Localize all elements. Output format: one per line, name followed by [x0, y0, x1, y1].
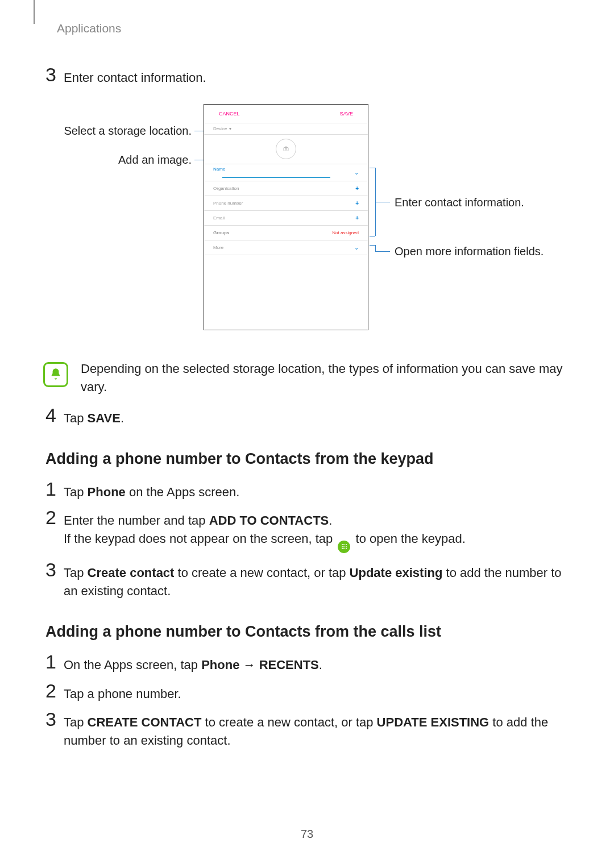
phone-diagram: Select a storage location. Add an image.…	[45, 104, 569, 343]
chevron-down-icon: ⌄	[354, 244, 359, 251]
step-number: 2	[45, 508, 64, 527]
side-marker	[34, 0, 35, 24]
phone-device-label: Device	[213, 126, 227, 131]
step-text: Tap SAVE.	[64, 408, 569, 427]
phone-cancel: CANCEL	[219, 111, 240, 117]
phone-email-field: Email +	[204, 210, 368, 225]
keypad-step-1: 1 Tap Phone on the Apps screen.	[45, 481, 569, 501]
step-number: 1	[45, 652, 64, 671]
callout-info: Enter contact information.	[395, 196, 524, 209]
plus-icon: +	[355, 215, 359, 221]
step-3: 3 Enter contact information.	[45, 67, 569, 87]
plus-icon: +	[355, 200, 359, 206]
keypad-icon	[338, 541, 350, 553]
phone-phone-label: Phone number	[213, 201, 243, 206]
step-number: 3	[45, 560, 64, 579]
section-heading-calls: Adding a phone number to Contacts from t…	[45, 623, 569, 641]
phone-device-row: Device ▾	[204, 123, 368, 134]
phone-more-label: More	[213, 245, 223, 250]
keypad-step-3: 3 Tap Create contact to create a new con…	[45, 562, 569, 600]
phone-empty-area	[204, 255, 368, 255]
section-heading-keypad: Adding a phone number to Contacts from t…	[45, 450, 569, 468]
camera-icon	[276, 139, 296, 159]
note-text: Depending on the selected storage locati…	[81, 360, 569, 396]
phone-phone-field: Phone number +	[204, 196, 368, 210]
plus-icon: +	[355, 185, 359, 192]
callout-line	[375, 251, 390, 252]
phone-frame: CANCEL SAVE Device ▾ Name ⌄ Organisa	[204, 104, 368, 330]
callout-line	[370, 236, 375, 236]
step-text: Tap Create contact to create a new conta…	[64, 562, 569, 600]
phone-image-row	[204, 134, 368, 164]
keypad-step-2: 2 Enter the number and tap ADD TO CONTAC…	[45, 510, 569, 553]
chevron-down-icon: ▾	[229, 126, 231, 131]
page-content: 3 Enter contact information. Select a st…	[45, 67, 569, 759]
step-text: On the Apps screen, tap Phone → RECENTS.	[64, 654, 569, 674]
step-number: 3	[45, 709, 64, 729]
callout-storage: Select a storage location.	[41, 124, 192, 138]
phone-name-label: Name	[213, 167, 330, 172]
phone-topbar: CANCEL SAVE	[204, 105, 368, 123]
step-text: Enter contact information.	[64, 67, 569, 87]
chevron-down-icon: ⌄	[354, 169, 359, 176]
phone-groups-field: Groups Not assigned	[204, 225, 368, 240]
step-text: Tap a phone number.	[64, 683, 569, 703]
breadcrumb: Applications	[57, 22, 121, 35]
step-text: Tap CREATE CONTACT to create a new conta…	[64, 712, 569, 750]
step-number: 1	[45, 479, 64, 499]
step-4: 4 Tap SAVE.	[45, 408, 569, 427]
calls-step-1: 1 On the Apps screen, tap Phone → RECENT…	[45, 654, 569, 674]
callout-line	[375, 202, 390, 202]
phone-more-field: More ⌄	[204, 240, 368, 255]
callout-line	[370, 245, 375, 246]
step-number: 3	[45, 65, 64, 84]
phone-groups-label: Groups	[213, 230, 229, 235]
note-box: Depending on the selected storage locati…	[45, 360, 569, 396]
phone-name-field: Name ⌄	[204, 164, 368, 181]
callout-image: Add an image.	[41, 153, 192, 167]
phone-save: SAVE	[340, 111, 353, 117]
callout-more-fields: Open more information fields.	[395, 245, 544, 258]
calls-step-2: 2 Tap a phone number.	[45, 683, 569, 703]
phone-not-assigned: Not assigned	[332, 230, 359, 235]
callout-line	[370, 168, 375, 168]
phone-org-field: Organisation +	[204, 181, 368, 196]
name-underline	[222, 177, 330, 178]
note-bell-icon	[43, 362, 68, 387]
page-number: 73	[0, 828, 614, 841]
step-text: Tap Phone on the Apps screen.	[64, 481, 569, 501]
step-number: 4	[45, 405, 64, 425]
step-number: 2	[45, 681, 64, 700]
calls-step-3: 3 Tap CREATE CONTACT to create a new con…	[45, 712, 569, 750]
phone-org-label: Organisation	[213, 186, 239, 191]
phone-email-label: Email	[213, 215, 225, 221]
svg-point-2	[285, 148, 287, 150]
step-text: Enter the number and tap ADD TO CONTACTS…	[64, 510, 569, 553]
